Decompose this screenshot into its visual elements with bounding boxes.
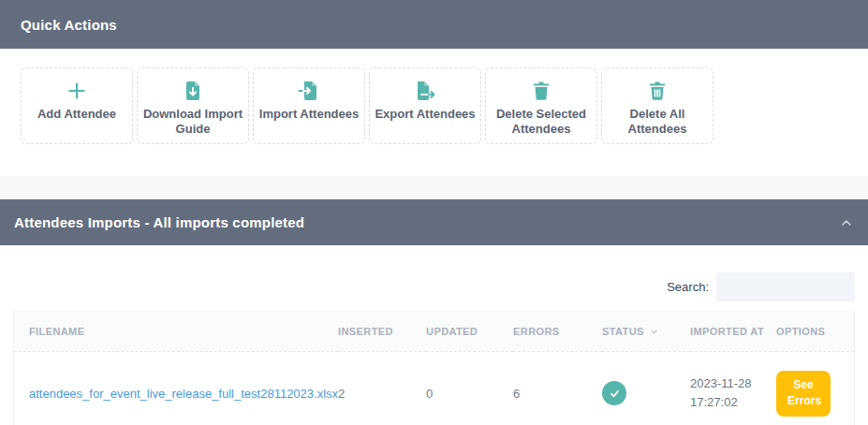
file-export-icon: [414, 80, 436, 102]
search-row: Search:: [13, 245, 855, 301]
errors-count: 6: [513, 352, 602, 425]
col-imported-at: IMPORTED AT: [690, 312, 776, 352]
imported-at-value: 2023-11-28 17:27:02: [690, 374, 776, 412]
search-input[interactable]: [716, 272, 855, 301]
status-success-badge: [602, 381, 626, 405]
quick-actions-title: Quick Actions: [21, 17, 117, 33]
button-label: Add Attendee: [34, 107, 120, 122]
file-download-icon: [182, 80, 204, 102]
col-inserted: INSERTED: [338, 312, 426, 352]
import-file-link[interactable]: attendees_for_event_live_release_full_te…: [29, 387, 338, 401]
attendees-imports-card: Attendees Imports - All imports complete…: [0, 199, 868, 425]
file-import-icon: [298, 80, 320, 102]
col-filename: FILENAME: [14, 312, 339, 352]
button-label: Import Attendees: [256, 107, 362, 122]
trash-lines-icon: [646, 80, 669, 102]
attendees-imports-header: Attendees Imports - All imports complete…: [0, 199, 868, 245]
collapse-toggle[interactable]: [839, 215, 854, 230]
search-label: Search:: [667, 280, 709, 294]
button-label: Delete All Attendees: [602, 107, 713, 138]
col-errors: ERRORS: [513, 312, 602, 352]
section-gap: [0, 176, 868, 199]
delete-selected-attendees-button[interactable]: Delete Selected Attendees: [485, 67, 597, 144]
inserted-count: 2: [338, 352, 426, 425]
trash-icon: [530, 80, 552, 102]
col-updated: UPDATED: [426, 312, 513, 352]
attendees-imports-body: Search: FILENAME INSERTED UPDATED ERRORS…: [0, 245, 868, 425]
button-label: Download Import Guide: [138, 107, 248, 138]
quick-actions-header: Quick Actions: [0, 0, 868, 49]
updated-count: 0: [426, 352, 513, 425]
add-attendee-button[interactable]: Add Attendee: [21, 67, 133, 144]
col-status-sort[interactable]: STATUS: [602, 312, 690, 352]
chevron-down-icon: [649, 327, 659, 337]
download-import-guide-button[interactable]: Download Import Guide: [137, 67, 249, 144]
import-attendees-button[interactable]: Import Attendees: [253, 67, 365, 144]
see-errors-button[interactable]: See Errors: [776, 371, 831, 417]
col-options: OPTIONS: [776, 312, 854, 352]
table-row: attendees_for_event_live_release_full_te…: [14, 352, 855, 425]
imports-table: FILENAME INSERTED UPDATED ERRORS STATUS …: [13, 311, 855, 425]
plus-icon: [66, 80, 88, 102]
attendees-imports-title: Attendees Imports - All imports complete…: [14, 214, 304, 230]
table-header-row: FILENAME INSERTED UPDATED ERRORS STATUS …: [14, 312, 855, 352]
button-label: Delete Selected Attendees: [486, 107, 596, 138]
delete-all-attendees-button[interactable]: Delete All Attendees: [601, 67, 714, 144]
export-attendees-button[interactable]: Export Attendees: [369, 67, 481, 144]
chevron-up-icon: [839, 215, 854, 230]
quick-actions-body: Add Attendee Download Import Guide: [0, 49, 868, 176]
check-icon: [608, 387, 622, 401]
quick-actions-card: Quick Actions Add Attendee Download Impo…: [0, 0, 868, 176]
button-label: Export Attendees: [371, 107, 478, 122]
